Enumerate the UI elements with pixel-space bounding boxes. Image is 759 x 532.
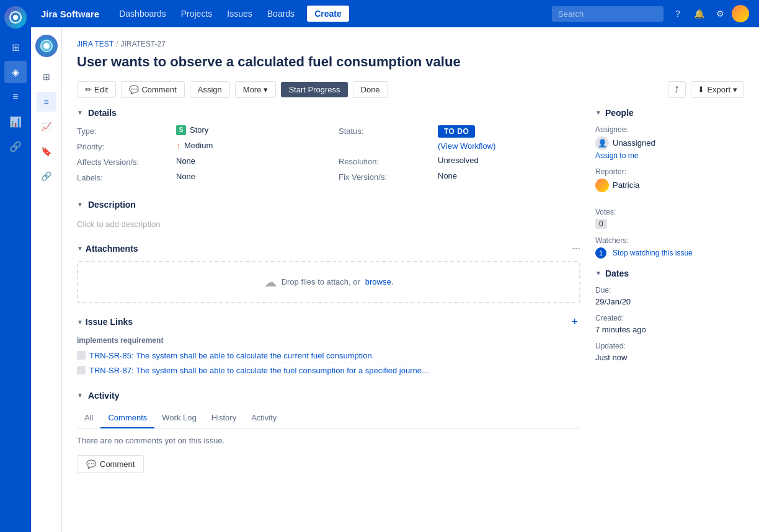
stop-watching-link[interactable]: Stop watching this issue <box>613 249 693 257</box>
nav-link-icon[interactable]: 🔗 <box>4 135 27 157</box>
attachments-menu-icon[interactable]: ⋯ <box>572 244 580 254</box>
fix-version-label: Fix Version/s: <box>339 171 438 182</box>
breadcrumb-project[interactable]: JIRA TEST <box>77 40 113 48</box>
search-input[interactable] <box>552 6 664 22</box>
dates-section-title: Dates <box>605 268 629 278</box>
description-section: ▼ Description Click to add description <box>77 200 580 231</box>
more-button[interactable]: More ▾ <box>235 81 277 98</box>
nav-reports-icon[interactable]: 📊 <box>4 110 27 133</box>
status-value: TO DO <box>438 125 475 138</box>
issue-main: ▼ Details Type: S Story <box>77 108 580 485</box>
activity-section: ▼ Activity All Comments Work Log History… <box>77 391 580 473</box>
linked-issue-1: TRN-SR-87: The system shall be able to c… <box>77 363 580 378</box>
project-board-icon[interactable]: ⊞ <box>37 67 56 87</box>
nav-projects[interactable]: Projects <box>176 6 218 21</box>
tab-comments[interactable]: Comments <box>100 408 154 428</box>
create-button[interactable]: Create <box>307 6 349 22</box>
share-button[interactable]: ⤴ <box>668 81 686 98</box>
nav-backlog-icon[interactable]: ≡ <box>4 86 27 108</box>
attach-dropzone[interactable]: ☁ Drop files to attach, or browse. <box>77 261 580 303</box>
reporter-name: Patricia <box>613 180 639 190</box>
breadcrumb-issue-key[interactable]: JIRATEST-27 <box>120 40 165 48</box>
dates-section-header[interactable]: ▼ Dates <box>595 268 744 278</box>
tab-all[interactable]: All <box>77 408 100 428</box>
assign-to-me-link[interactable]: Assign to me <box>595 151 744 160</box>
export-icon: ⬇ <box>698 85 704 94</box>
activity-section-header[interactable]: ▼ Activity <box>77 391 580 401</box>
issue-body: ▼ Details Type: S Story <box>62 108 759 500</box>
project-sidebar: ⊞ ≡ 📈 🔖 🔗 <box>31 27 62 532</box>
tab-history[interactable]: History <box>204 408 244 428</box>
issue-title: User wants to observe a calculated fuel … <box>77 53 744 71</box>
upload-cloud-icon: ☁ <box>264 275 277 290</box>
settings-icon[interactable]: ⚙ <box>711 4 729 23</box>
issue-sidebar: ▼ People Assignee: 👤 Unassigned Assign t… <box>595 108 744 485</box>
done-button[interactable]: Done <box>353 81 388 98</box>
tab-worklog[interactable]: Work Log <box>154 408 203 428</box>
type-label: Type: <box>77 125 176 136</box>
attachments-collapse-icon: ▼ <box>77 245 83 252</box>
edit-button[interactable]: ✏ Edit <box>77 81 116 98</box>
comment-bubble-icon: 💬 <box>86 459 96 469</box>
brand-logo: Jira Software <box>41 9 99 19</box>
issue-header: JIRA TEST / JIRATEST-27 User wants to ob… <box>62 27 759 98</box>
activity-section-title: Activity <box>88 391 120 401</box>
created-value: 7 minutes ago <box>595 325 744 334</box>
browse-link[interactable]: browse. <box>365 277 394 286</box>
people-section: ▼ People Assignee: 👤 Unassigned Assign t… <box>595 108 744 259</box>
add-link-button[interactable]: + <box>569 316 580 329</box>
export-chevron-icon: ▾ <box>733 85 737 94</box>
user-avatar[interactable] <box>732 5 749 22</box>
linked-issue-link-0[interactable]: TRN-SR-85: The system shall be able to c… <box>89 351 374 360</box>
updated-field: Updated: Just now <box>595 342 744 362</box>
issue-links-section-title: Issue Links <box>86 317 327 327</box>
project-releases-icon[interactable]: 🔖 <box>37 141 56 161</box>
svg-point-1 <box>13 15 18 20</box>
view-workflow-link[interactable]: (View Workflow) <box>438 141 495 151</box>
edit-icon: ✏ <box>85 85 92 94</box>
tab-activity[interactable]: Activity <box>244 408 284 428</box>
affects-version-value: None <box>176 156 195 166</box>
description-section-title: Description <box>88 200 136 210</box>
notification-icon[interactable]: 🔔 <box>690 4 708 23</box>
more-chevron-icon: ▾ <box>264 85 268 94</box>
nav-boards[interactable]: Boards <box>262 6 300 21</box>
breadcrumb-separator: / <box>116 40 118 48</box>
help-icon[interactable]: ? <box>668 4 687 23</box>
view-workflow-row: (View Workflow) <box>339 141 580 151</box>
status-badge: TO DO <box>438 125 475 138</box>
votes-value: 0 <box>595 219 744 229</box>
left-sidebar: ⊞ ◈ ≡ 📊 🔗 <box>0 0 31 532</box>
people-section-title: People <box>605 108 634 118</box>
votes-badge: 0 <box>595 219 607 229</box>
project-logo[interactable] <box>35 35 58 57</box>
labels-field: Labels: None <box>77 172 319 182</box>
export-button[interactable]: ⬇ Export ▾ <box>691 81 744 98</box>
project-link-icon[interactable]: 🔗 <box>37 166 56 186</box>
linked-issue-link-1[interactable]: TRN-SR-87: The system shall be able to c… <box>89 366 428 375</box>
labels-label: Labels: <box>77 172 176 182</box>
priority-value: ↑ Medium <box>176 141 213 151</box>
comment-button[interactable]: 💬 Comment <box>77 455 144 473</box>
app-avatar[interactable] <box>4 6 27 29</box>
start-progress-button[interactable]: Start Progress <box>281 82 347 97</box>
project-backlog-icon[interactable]: ≡ <box>37 92 56 112</box>
unassigned-icon: 👤 <box>595 136 609 150</box>
description-placeholder[interactable]: Click to add description <box>77 217 580 231</box>
nav-dashboards[interactable]: Dashboards <box>114 6 171 21</box>
resolution-label: Resolution: <box>339 156 438 166</box>
action-bar: ✏ Edit 💬 Comment Assign More ▾ Start Pro… <box>77 81 744 98</box>
project-reports-icon[interactable]: 📈 <box>37 117 56 136</box>
resolution-value: Unresolved <box>438 156 479 165</box>
nav-board-icon[interactable]: ◈ <box>4 61 27 83</box>
nav-issues[interactable]: Issues <box>222 6 257 21</box>
assignee-field: Assignee: 👤 Unassigned Assign to me <box>595 125 744 160</box>
status-field: Status: TO DO <box>339 125 580 138</box>
description-section-header[interactable]: ▼ Description <box>77 200 580 210</box>
nav-home-icon[interactable]: ⊞ <box>4 36 27 58</box>
reporter-value: Patricia <box>595 179 744 192</box>
assign-button[interactable]: Assign <box>190 81 230 98</box>
details-section-header[interactable]: ▼ Details <box>77 108 580 118</box>
comment-button-toolbar[interactable]: 💬 Comment <box>121 81 184 98</box>
people-section-header[interactable]: ▼ People <box>595 108 744 118</box>
